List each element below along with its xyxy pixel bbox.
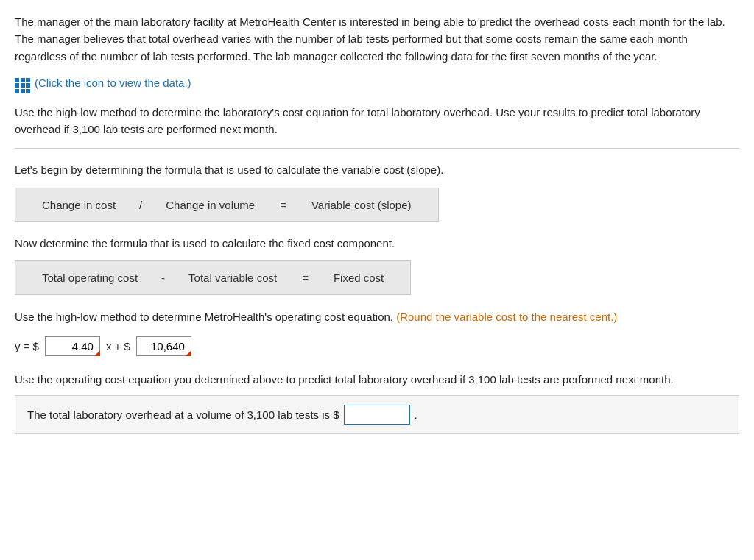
divider [15, 148, 739, 149]
formula2-cell2: Total variable cost [174, 269, 292, 287]
grid-icon [15, 72, 30, 93]
cost-equation-intro: Use the high-low method to determine Met… [15, 311, 393, 323]
total-overhead-row: The total laboratory overhead at a volum… [15, 395, 739, 434]
formula2-operator: - [152, 269, 174, 287]
variable-cost-formula: Change in cost / Change in volume = Vari… [15, 188, 439, 222]
value1-wrapper[interactable] [45, 336, 100, 356]
formula1-equals: = [269, 196, 297, 214]
cost-equation-text: Use the high-low method to determine Met… [15, 308, 739, 325]
period: . [415, 408, 417, 421]
value1-input[interactable] [45, 336, 100, 356]
formula2-equals: = [292, 269, 319, 287]
round-note: (Round the variable cost to the nearest … [396, 311, 617, 323]
formula2-result: Fixed cost [319, 269, 398, 287]
icon-link[interactable]: (Click the icon to view the data.) [15, 72, 191, 93]
value2-wrapper[interactable] [136, 336, 191, 356]
predict-text: Use the operating cost equation you dete… [15, 371, 739, 388]
middle-label: x + $ [106, 340, 130, 352]
section2-label: Now determine the formula that is used t… [15, 235, 739, 252]
formula1-cell2: Change in volume [151, 196, 269, 214]
formula1-cell1: Change in cost [27, 196, 130, 214]
instruction-text: Use the high-low method to determine the… [15, 104, 739, 138]
overhead-label: The total laboratory overhead at a volum… [27, 408, 339, 421]
equation-line: y = $ x + $ [15, 336, 739, 356]
answer-input[interactable] [344, 405, 410, 425]
value2-input[interactable] [136, 336, 191, 356]
intro-paragraph: The manager of the main laboratory facil… [15, 13, 739, 65]
formula1-result: Variable cost (slope) [297, 196, 426, 214]
formula2-cell1: Total operating cost [27, 269, 152, 287]
fixed-cost-formula: Total operating cost - Total variable co… [15, 260, 411, 295]
formula1-operator: / [130, 196, 151, 214]
section1-label: Let's begin by determining the formula t… [15, 162, 739, 179]
icon-link-text[interactable]: (Click the icon to view the data.) [35, 77, 191, 89]
y-label: y = $ [15, 340, 39, 352]
